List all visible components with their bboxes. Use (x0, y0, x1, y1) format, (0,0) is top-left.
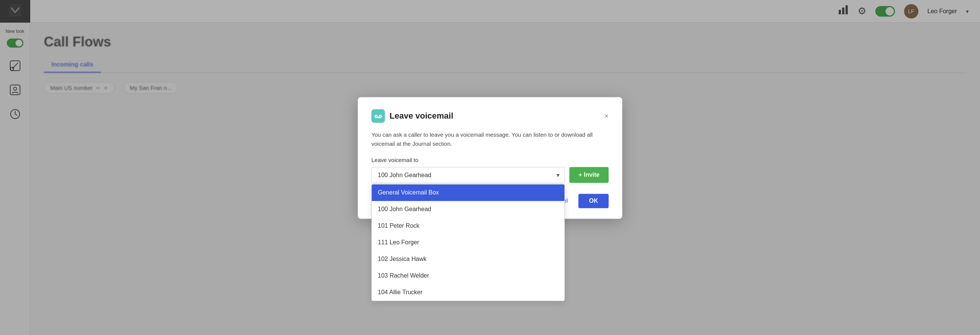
invite-button[interactable]: + Invite (570, 167, 609, 183)
modal-title-row: Leave voicemail (371, 109, 453, 123)
dropdown-item-100[interactable]: 100 John Gearhead (372, 201, 565, 218)
voicemail-select-wrapper: General Voicemail Box 100 John Gearhead … (371, 167, 565, 183)
modal-title: Leave voicemail (390, 111, 453, 121)
dropdown-list: General Voicemail Box 100 John Gearhead … (371, 184, 565, 301)
modal-description: You can ask a caller to leave you a voic… (371, 130, 609, 148)
voicemail-icon (371, 109, 385, 123)
field-label: Leave voicemail to (371, 157, 609, 163)
dropdown-item-111[interactable]: 111 Leo Forger (372, 234, 565, 251)
dropdown-item-101[interactable]: 101 Peter Rock (372, 218, 565, 234)
dropdown-item-102[interactable]: 102 Jessica Hawk (372, 251, 565, 267)
dropdown-item-104[interactable]: 104 Allie Trucker (372, 284, 565, 301)
dropdown-item-general[interactable]: General Voicemail Box (372, 184, 565, 201)
dropdown-item-103[interactable]: 103 Rachel Welder (372, 267, 565, 284)
leave-voicemail-modal: Leave voicemail × You can ask a caller t… (358, 97, 622, 219)
ok-button[interactable]: OK (578, 194, 609, 208)
modal-header: Leave voicemail × (371, 109, 609, 123)
modal-close-button[interactable]: × (604, 112, 609, 120)
modal-input-row: General Voicemail Box 100 John Gearhead … (371, 167, 609, 183)
voicemail-select[interactable]: General Voicemail Box 100 John Gearhead … (371, 167, 565, 183)
